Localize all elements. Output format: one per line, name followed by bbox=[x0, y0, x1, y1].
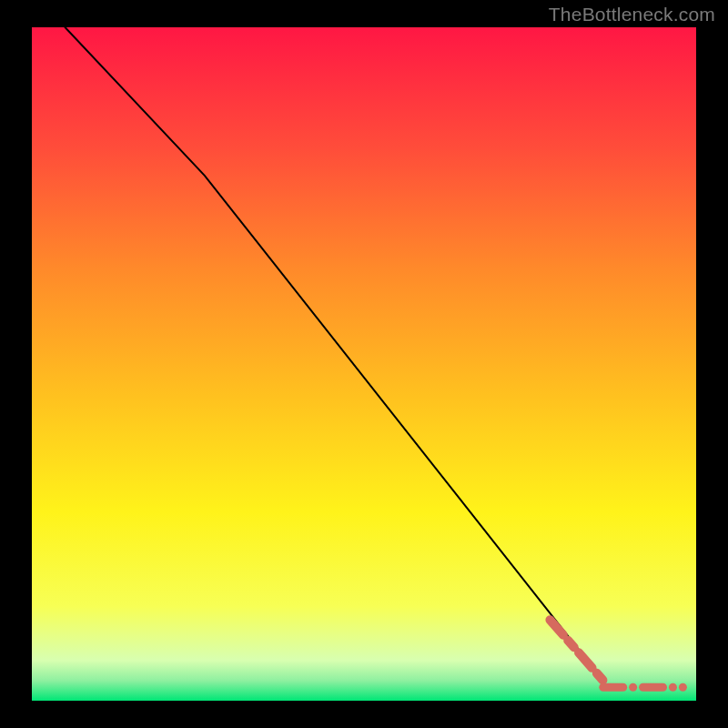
svg-point-4 bbox=[669, 683, 677, 692]
chart-plot-area bbox=[32, 27, 696, 701]
gradient-background bbox=[32, 27, 696, 701]
watermark-text: TheBottleneck.com bbox=[549, 4, 715, 25]
svg-point-5 bbox=[679, 683, 687, 692]
chart-svg bbox=[32, 27, 696, 701]
svg-point-2 bbox=[629, 683, 637, 692]
